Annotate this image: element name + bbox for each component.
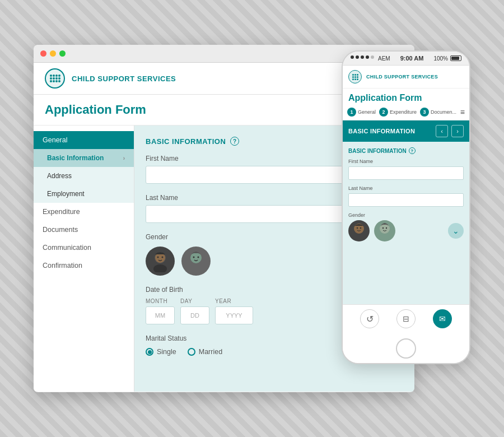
svg-point-6 xyxy=(193,257,195,258)
phone-save-button[interactable]: ⊟ xyxy=(396,309,416,328)
phone-last-name-label: Last Name xyxy=(348,185,464,191)
phone-male-avatar[interactable] xyxy=(374,220,395,241)
phone-gender-label: Gender xyxy=(348,212,464,218)
phone-gender-expand[interactable]: ⌄ xyxy=(448,223,464,239)
sidebar-item-documents[interactable]: Documents xyxy=(34,221,134,239)
help-icon[interactable]: ? xyxy=(230,137,239,146)
sidebar-item-confirmation-label: Confirmation xyxy=(43,262,82,269)
phone-time: 9:00 AM xyxy=(400,55,424,62)
tab-documents-label: Documen... xyxy=(431,109,456,115)
battery-percent: 100% xyxy=(433,55,448,62)
sidebar-item-employment[interactable]: Employment xyxy=(34,185,134,203)
tab-number-1: 1 xyxy=(347,108,356,117)
svg-point-7 xyxy=(198,257,199,258)
radio-single[interactable]: Single xyxy=(146,348,176,356)
tab-general-label: General xyxy=(358,109,376,115)
female-avatar[interactable] xyxy=(146,247,175,276)
sidebar: General Basic Information › Address Empl… xyxy=(34,125,134,392)
phone-tab-expenditure[interactable]: 2 Expenditure xyxy=(379,108,417,117)
phone-battery: 100% xyxy=(433,55,461,62)
svg-point-11 xyxy=(380,224,390,234)
battery-fill xyxy=(451,57,459,60)
sidebar-item-address[interactable]: Address xyxy=(34,167,134,185)
phone-first-name-label: First Name xyxy=(348,159,464,164)
phone-prev-arrow[interactable]: ‹ xyxy=(436,125,448,137)
sidebar-item-documents-label: Documents xyxy=(43,226,78,234)
app-title: CHILD SUPPORT SERVICES xyxy=(72,75,176,83)
sidebar-item-confirmation[interactable]: Confirmation xyxy=(34,257,134,275)
tab-number-3: 3 xyxy=(420,108,429,117)
phone-logo xyxy=(348,70,362,83)
phone-menu-icon[interactable]: ≡ xyxy=(460,108,465,117)
sidebar-item-employment-label: Employment xyxy=(47,190,85,198)
tab-expenditure-label: Expenditure xyxy=(390,109,417,115)
sidebar-item-general-label: General xyxy=(43,136,67,144)
svg-point-13 xyxy=(386,227,387,229)
phone-refresh-button[interactable]: ↺ xyxy=(360,309,379,328)
year-field-group: YEAR YYYY xyxy=(215,298,253,324)
phone-section-title: BASIC INFORMATION xyxy=(348,128,415,134)
chevron-right-icon: › xyxy=(123,155,125,161)
signal-dots: AEM xyxy=(351,55,390,62)
svg-point-10 xyxy=(360,227,361,229)
carrier-label: AEM xyxy=(378,55,390,62)
day-input[interactable]: DD xyxy=(180,306,209,324)
phone-status-bar: AEM 9:00 AM 100% xyxy=(343,52,469,66)
browser-maximize-button[interactable] xyxy=(59,50,66,57)
phone-app-header: CHILD SUPPORT SERVICES xyxy=(343,66,469,89)
day-label: DAY xyxy=(180,298,209,304)
sidebar-item-communication-label: Communication xyxy=(43,244,91,252)
sidebar-item-expenditure[interactable]: Expenditure xyxy=(34,203,134,221)
phone-gender-avatars: ⌄ xyxy=(348,220,464,241)
phone-nav-arrows: ‹ › xyxy=(436,125,464,137)
battery-icon xyxy=(450,55,461,61)
phone-toolbar: ↺ ⊟ ✉ xyxy=(343,304,469,333)
signal-dot-4 xyxy=(366,55,369,59)
phone-subsection-title: BASIC INFORMATION ? xyxy=(348,147,464,154)
phone-tab-general[interactable]: 1 General xyxy=(347,108,376,117)
desktop-background: CHILD SUPPORT SERVICES Application Form … xyxy=(0,0,504,437)
sidebar-item-expenditure-label: Expenditure xyxy=(43,208,80,216)
radio-single-circle xyxy=(146,348,153,356)
radio-single-label: Single xyxy=(157,348,176,356)
signal-dot-5 xyxy=(371,55,374,59)
svg-point-9 xyxy=(357,227,358,229)
phone-tab-documents[interactable]: 3 Documen... xyxy=(420,108,456,117)
phone-last-name-input[interactable] xyxy=(348,193,464,207)
tab-number-2: 2 xyxy=(379,108,388,117)
day-field-group: DAY DD xyxy=(180,298,209,324)
phone-tabs: 1 General 2 Expenditure 3 Documen... ≡ xyxy=(343,105,469,120)
sidebar-item-address-label: Address xyxy=(47,172,72,180)
phone-page-title: Application Form xyxy=(343,89,469,105)
app-logo xyxy=(45,68,65,89)
phone-gender-group: Gender xyxy=(348,212,464,241)
sidebar-item-communication[interactable]: Communication xyxy=(34,239,134,257)
sidebar-item-basic-information-label: Basic Information xyxy=(47,154,104,162)
phone-app-title: CHILD SUPPORT SERVICES xyxy=(366,74,438,80)
phone-send-button[interactable]: ✉ xyxy=(433,309,452,328)
phone-form-area: BASIC INFORMATION ? First Name Last Name… xyxy=(343,142,469,304)
phone-female-avatar[interactable] xyxy=(348,220,370,241)
sidebar-item-general[interactable]: General xyxy=(34,131,134,149)
phone-next-arrow[interactable]: › xyxy=(451,125,464,137)
signal-dot-3 xyxy=(361,55,364,59)
radio-married[interactable]: Married xyxy=(188,348,222,356)
phone-section-header: BASIC INFORMATION ‹ › xyxy=(343,120,469,142)
year-input[interactable]: YYYY xyxy=(215,306,253,324)
phone-first-name-input[interactable] xyxy=(348,166,464,180)
phone-home-button[interactable] xyxy=(396,338,416,359)
male-avatar[interactable] xyxy=(181,247,211,276)
svg-point-12 xyxy=(382,227,384,229)
browser-close-button[interactable] xyxy=(40,50,46,57)
phone-help-icon[interactable]: ? xyxy=(409,147,416,154)
sidebar-item-basic-information[interactable]: Basic Information › xyxy=(34,149,134,167)
phone-last-name-group: Last Name xyxy=(348,185,464,207)
browser-minimize-button[interactable] xyxy=(50,50,56,57)
month-input[interactable]: MM xyxy=(146,306,175,324)
svg-point-1 xyxy=(153,264,167,272)
svg-point-4 xyxy=(162,257,164,258)
phone-first-name-group: First Name xyxy=(348,159,464,180)
month-field-group: MONTH MM xyxy=(146,298,175,324)
phone-mockup: AEM 9:00 AM 100% CHILD SUPPORT SERVICES xyxy=(342,50,470,364)
month-label: MONTH xyxy=(146,298,175,304)
